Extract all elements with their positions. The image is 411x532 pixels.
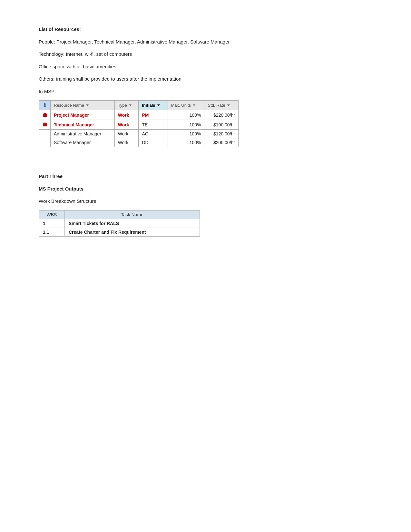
- resource-row-std-rate: $200.00/hr: [204, 138, 239, 147]
- wbs-table: WBS Task Name 1Smart Tickets for RALS1.1…: [39, 210, 200, 237]
- resource-row-icon-cell: [39, 138, 51, 147]
- table-header-type[interactable]: Type: [114, 101, 139, 110]
- resource-row-type: Work: [114, 110, 139, 120]
- ms-project-outputs-heading: MS Project Outputs: [39, 185, 372, 193]
- std-rate-filter-arrow: [227, 104, 230, 106]
- resource-row-icon-cell: [39, 130, 51, 138]
- table-header-icon: ℹ: [39, 101, 51, 110]
- in-msp-label: In MSP:: [39, 88, 372, 95]
- technology-line: Technology: Internet, wi-fi, set of comp…: [39, 51, 372, 58]
- wbs-table-row: 1Smart Tickets for RALS: [39, 219, 200, 228]
- resource-table-wrapper: ℹ Resource Name Type Initials: [39, 100, 372, 147]
- wbs-intro-text: Work Breakdown Structure:: [39, 198, 372, 205]
- resource-table: ℹ Resource Name Type Initials: [39, 100, 239, 147]
- resource-row-max-units: 100%: [168, 138, 204, 147]
- resource-row-std-rate: $120.00/hr: [204, 130, 239, 138]
- resource-row-initials: PM: [139, 110, 168, 120]
- resource-row-name: Project Manager: [51, 110, 115, 120]
- resource-row-max-units: 100%: [168, 130, 204, 138]
- resource-row-type: Work: [114, 120, 139, 130]
- max-units-filter-arrow: [193, 104, 195, 106]
- resource-row-icon-cell: ☗: [39, 120, 51, 130]
- wbs-table-header-wbs: WBS: [39, 210, 65, 219]
- resource-row-max-units: 100%: [168, 110, 204, 120]
- office-line: Office space with all basic amenities: [39, 63, 372, 71]
- resource-table-row: Software ManagerWorkDD100%$200.00/hr: [39, 138, 239, 147]
- wbs-row-wbs: 1: [39, 219, 65, 228]
- resource-table-row: Administrative ManagerWorkAO100%$120.00/…: [39, 130, 239, 138]
- people-line: People: Project Manager, Technical Manag…: [39, 38, 372, 46]
- table-header-max-units[interactable]: Max. Units: [168, 101, 204, 110]
- resource-table-row: ☗Technical ManagerWorkTE100%$190.00/hr: [39, 120, 239, 130]
- part-three-heading: Part Three: [39, 173, 372, 180]
- resource-row-std-rate: $190.00/hr: [204, 120, 239, 130]
- table-header-resource-name[interactable]: Resource Name: [51, 101, 115, 110]
- wbs-table-wrapper: WBS Task Name 1Smart Tickets for RALS1.1…: [39, 210, 372, 237]
- info-icon: ℹ: [44, 103, 46, 108]
- person-icon: ☗: [43, 122, 47, 127]
- resource-row-initials: DD: [139, 138, 168, 147]
- resource-name-filter-arrow: [86, 104, 89, 106]
- resource-row-std-rate: $220.00/hr: [204, 110, 239, 120]
- list-of-resources-heading: List of Resources:: [39, 26, 81, 32]
- resource-row-name: Administrative Manager: [51, 130, 115, 138]
- resource-row-name: Technical Manager: [51, 120, 115, 130]
- resource-table-row: ☗Project ManagerWorkPM100%$220.00/hr: [39, 110, 239, 120]
- resource-row-name: Software Manager: [51, 138, 115, 147]
- type-filter-arrow: [129, 104, 132, 106]
- wbs-table-row: 1.1Create Charter and Fix Requirement: [39, 228, 200, 236]
- resource-row-type: Work: [114, 130, 139, 138]
- resource-row-initials: AO: [139, 130, 168, 138]
- resource-row-icon-cell: ☗: [39, 110, 51, 120]
- initials-filter-arrow: [157, 104, 160, 106]
- resource-row-type: Work: [114, 138, 139, 147]
- others-line: Others: training shall be provided to us…: [39, 75, 372, 83]
- resource-row-initials: TE: [139, 120, 168, 130]
- wbs-row-task: Create Charter and Fix Requirement: [65, 228, 200, 236]
- wbs-row-task: Smart Tickets for RALS: [65, 219, 200, 228]
- part-three-section: Part Three MS Project Outputs Work Break…: [39, 173, 372, 237]
- wbs-row-wbs: 1.1: [39, 228, 65, 236]
- person-icon: ☗: [43, 112, 47, 118]
- resource-row-max-units: 100%: [168, 120, 204, 130]
- wbs-table-header-task: Task Name: [65, 210, 200, 219]
- table-header-std-rate[interactable]: Std. Rate: [204, 101, 239, 110]
- table-header-initials[interactable]: Initials: [139, 101, 168, 110]
